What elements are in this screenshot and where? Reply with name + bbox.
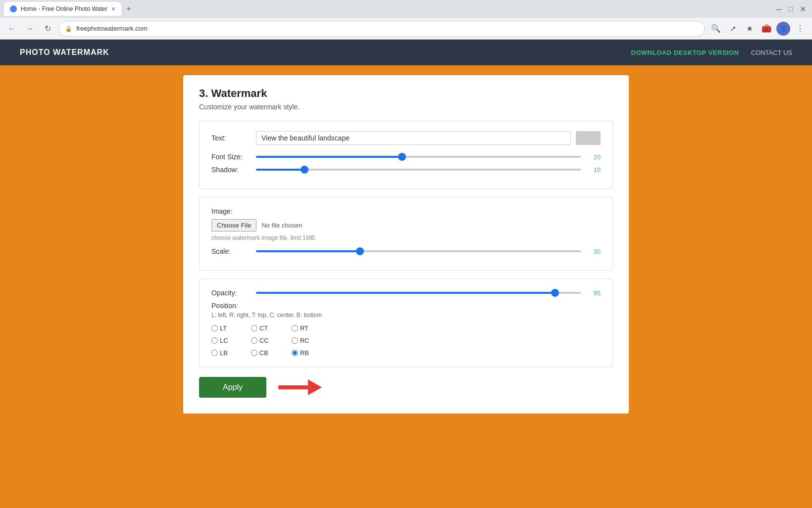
profile-icon[interactable]: 👤 bbox=[776, 22, 790, 36]
refresh-button[interactable]: ↻ bbox=[41, 22, 54, 36]
text-label: Text: bbox=[211, 134, 251, 142]
page-subtitle: Customize your watermark style. bbox=[199, 103, 613, 111]
site-header: PHOTO WATERMARK DOWNLOAD DESKTOP VERSION… bbox=[0, 40, 812, 65]
share-icon[interactable]: ➚ bbox=[726, 22, 740, 36]
position-label: Position: bbox=[211, 302, 601, 310]
main-card: 3. Watermark Customize your watermark st… bbox=[183, 75, 629, 414]
arrow-indicator bbox=[278, 379, 322, 395]
site-nav: DOWNLOAD DESKTOP VERSION CONTACT US bbox=[631, 49, 792, 56]
menu-icon[interactable]: ⋮ bbox=[793, 22, 807, 36]
forward-button[interactable]: → bbox=[23, 22, 37, 36]
position-RT[interactable]: RT bbox=[292, 324, 330, 332]
apply-row: Apply bbox=[199, 377, 613, 398]
position-LT[interactable]: LT bbox=[211, 324, 249, 332]
shadow-track[interactable] bbox=[256, 169, 581, 171]
search-icon[interactable]: 🔍 bbox=[709, 22, 723, 36]
browser-right-icons: 🔍 ➚ ★ 🧰 👤 ⋮ bbox=[709, 22, 807, 36]
color-swatch[interactable] bbox=[576, 131, 601, 145]
lock-icon: 🔒 bbox=[65, 25, 72, 32]
opacity-row: Opacity: 95 bbox=[211, 289, 601, 297]
opacity-position-panel: Opacity: 95 Position: L: left, R: right,… bbox=[199, 278, 613, 367]
extensions-icon[interactable]: 🧰 bbox=[760, 22, 773, 36]
browser-toolbar: ← → ↻ 🔒 freephotowatermark.com 🔍 ➚ ★ 🧰 👤… bbox=[0, 18, 812, 40]
new-tab-button[interactable]: + bbox=[123, 4, 134, 13]
font-size-track[interactable] bbox=[256, 156, 581, 158]
position-hint: L: left, R: right, T: top, C: center, B:… bbox=[211, 312, 601, 319]
browser-titlebar: Home - Free Online Photo Water × + – □ ✕ bbox=[0, 0, 812, 18]
shadow-row: Shadow: 10 bbox=[211, 166, 601, 174]
tab-favicon bbox=[10, 5, 17, 12]
opacity-thumb bbox=[551, 289, 559, 297]
image-panel: Image: Choose File No file chosen choose… bbox=[199, 197, 613, 271]
bookmark-icon[interactable]: ★ bbox=[743, 22, 757, 36]
file-hint: choose watermark image file, limit 1MB. bbox=[211, 234, 601, 241]
restore-icon[interactable]: □ bbox=[787, 5, 795, 13]
scale-thumb bbox=[356, 247, 364, 255]
scale-track[interactable] bbox=[256, 250, 581, 252]
position-RC[interactable]: RC bbox=[292, 337, 330, 344]
download-link[interactable]: DOWNLOAD DESKTOP VERSION bbox=[631, 49, 739, 56]
position-LB[interactable]: LB bbox=[211, 349, 249, 357]
apply-button[interactable]: Apply bbox=[199, 377, 266, 398]
svg-point-0 bbox=[11, 6, 16, 11]
browser-frame: Home - Free Online Photo Water × + – □ ✕… bbox=[0, 0, 812, 40]
opacity-track[interactable] bbox=[256, 292, 581, 294]
image-label: Image: bbox=[211, 207, 601, 215]
choose-file-button[interactable]: Choose File bbox=[211, 219, 256, 231]
text-row: Text: bbox=[211, 131, 601, 145]
page-content: 3. Watermark Customize your watermark st… bbox=[0, 65, 812, 508]
position-grid: LT CT RT LC CC bbox=[211, 324, 330, 357]
font-size-fill bbox=[256, 156, 402, 158]
opacity-label: Opacity: bbox=[211, 289, 251, 297]
font-size-thumb bbox=[398, 153, 406, 161]
opacity-value: 95 bbox=[586, 289, 601, 297]
opacity-fill bbox=[256, 292, 555, 294]
no-file-text: No file chosen bbox=[261, 222, 302, 229]
position-CT[interactable]: CT bbox=[251, 324, 290, 332]
arrow-tail bbox=[278, 385, 308, 389]
page-title: 3. Watermark bbox=[199, 87, 613, 100]
font-size-row: Font Size: 20 bbox=[211, 153, 601, 161]
font-size-label: Font Size: bbox=[211, 153, 251, 161]
position-CC[interactable]: CC bbox=[251, 337, 290, 344]
position-LC[interactable]: LC bbox=[211, 337, 249, 344]
position-section: Position: L: left, R: right, T: top, C: … bbox=[211, 302, 601, 357]
tab-label: Home - Free Online Photo Water bbox=[21, 5, 107, 12]
back-button[interactable]: ← bbox=[5, 22, 19, 36]
font-size-value: 20 bbox=[586, 153, 601, 161]
close-window-icon[interactable]: ✕ bbox=[798, 4, 808, 14]
shadow-label: Shadow: bbox=[211, 166, 251, 174]
browser-tab[interactable]: Home - Free Online Photo Water × bbox=[4, 2, 121, 16]
scale-label: Scale: bbox=[211, 247, 251, 255]
position-RB[interactable]: RB bbox=[292, 349, 330, 357]
scale-row: Scale: 30 bbox=[211, 247, 601, 255]
arrow-head bbox=[308, 379, 322, 395]
shadow-fill bbox=[256, 169, 304, 171]
site-logo: PHOTO WATERMARK bbox=[20, 48, 631, 57]
tab-close-button[interactable]: × bbox=[111, 5, 115, 13]
url-text: freephotowatermark.com bbox=[76, 25, 699, 32]
address-bar[interactable]: 🔒 freephotowatermark.com bbox=[58, 21, 705, 37]
contact-link[interactable]: CONTACT US bbox=[751, 49, 792, 56]
text-panel: Text: Font Size: 20 Shadow: bbox=[199, 121, 613, 189]
text-input[interactable] bbox=[256, 131, 571, 145]
minimize-icon[interactable]: – bbox=[775, 4, 784, 14]
scale-value: 30 bbox=[586, 248, 601, 255]
position-CB[interactable]: CB bbox=[251, 349, 290, 357]
file-input-row: Choose File No file chosen bbox=[211, 219, 601, 231]
shadow-thumb bbox=[301, 166, 308, 174]
shadow-value: 10 bbox=[586, 166, 601, 174]
scale-fill bbox=[256, 250, 360, 252]
